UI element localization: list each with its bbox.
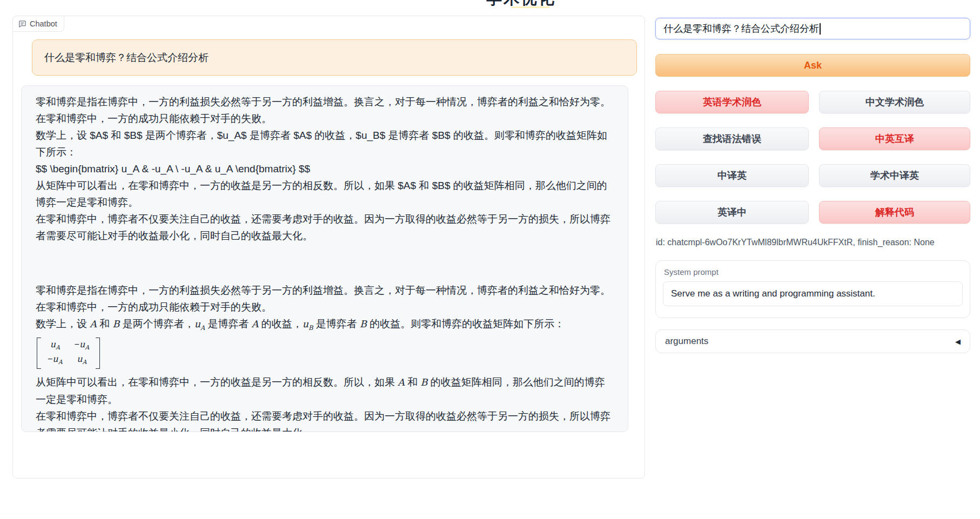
action-button-english-academic-polish[interactable]: 英语学术润色 (655, 91, 809, 113)
action-button-grid: 英语学术润色中文学术润色查找语法错误中英互译中译英学术中译英英译中解释代码 (655, 91, 970, 224)
page-title-text: 学术优化 (486, 0, 555, 6)
math-var: A (90, 319, 97, 329)
ask-button[interactable]: Ask (655, 54, 970, 77)
question-input-value: 什么是零和博弈？结合公式介绍分析 (663, 22, 819, 35)
math-var: uA (77, 354, 86, 364)
matrix-cell: uA (48, 339, 63, 353)
chatbot-label-text: Chatbot (30, 19, 57, 28)
system-prompt-input[interactable]: Serve me as a writing and programming as… (663, 281, 963, 306)
app-root: 学术优化 Chatbot 什么是零和博弈？结合公式介绍分析 零和博弈是指在博弈中… (0, 0, 980, 519)
user-message-bubble: 什么是零和博弈？结合公式介绍分析 (32, 39, 637, 76)
math-var: uB (303, 319, 313, 329)
math-var: A (398, 377, 405, 388)
page-title-cropped: 学术优化 (486, 0, 627, 6)
response-meta-text: id: chatcmpl-6wOo7KrYTwMl89lbrMWRu4UkFFX… (656, 238, 935, 247)
math-var: B (112, 319, 119, 329)
chatbot-label: Chatbot (12, 16, 64, 32)
action-button-chinese-academic-polish[interactable]: 中文学术润色 (819, 91, 970, 113)
math-var: uA (50, 339, 60, 349)
bot-paragraph-raw: 在零和博弈中，博弈者不仅要关注自己的收益，还需要考虑对手的收益。因为一方取得的收… (36, 211, 614, 244)
bot-paragraph-rendered: 从矩阵中可以看出，在零和博弈中，一方的收益是另一方的相反数。所以，如果 A 和 … (36, 374, 614, 408)
chatbot-panel: Chatbot 什么是零和博弈？结合公式介绍分析 零和博弈是指在博弈中，一方的利… (12, 16, 645, 478)
action-button-en-to-zh[interactable]: 英译中 (655, 201, 809, 224)
collapse-arrow-icon: ◀ (955, 338, 961, 346)
title-underline (511, 6, 550, 8)
chat-bubble-icon (18, 20, 26, 28)
matrix-cells: uA−uA−uAuA (41, 338, 96, 369)
bot-paragraph-raw: 从矩阵中可以看出，在零和博弈中，一方的收益是另一方的相反数。所以，如果 $A$ … (36, 177, 614, 211)
arguments-accordion-label: arguments (665, 336, 708, 347)
matrix-bracket-right (96, 338, 100, 369)
action-button-find-grammar-errors[interactable]: 查找语法错误 (655, 127, 809, 150)
matrix-cell: −uA (75, 339, 90, 353)
system-prompt-card: System prompt Serve me as a writing and … (655, 260, 970, 318)
bot-paragraph-raw: 数学上，设 $A$ 和 $B$ 是两个博弈者，$u_A$ 是博弈者 $A$ 的收… (36, 127, 614, 160)
matrix-bracket-left (37, 338, 41, 369)
bot-paragraph-raw: $$ \begin{bmatrix} u_A & -u_A \ -u_A & u… (36, 160, 614, 177)
action-button-explain-code[interactable]: 解释代码 (819, 201, 970, 224)
user-message-text: 什么是零和博弈？结合公式介绍分析 (44, 51, 209, 65)
math-var: B (420, 377, 427, 388)
bot-message-bubble: 零和博弈是指在博弈中，一方的利益损失必然等于另一方的利益增益。换言之，对于每一种… (21, 85, 628, 432)
bot-paragraph-raw: 零和博弈是指在博弈中，一方的利益损失必然等于另一方的利益增益。换言之，对于每一种… (36, 93, 614, 127)
system-prompt-value: Serve me as a writing and programming as… (671, 288, 875, 299)
math-var: uA (79, 339, 89, 349)
message-gap (36, 244, 614, 282)
action-button-zh-to-en[interactable]: 中译英 (655, 164, 809, 187)
question-input[interactable]: 什么是零和博弈？结合公式介绍分析 (655, 18, 970, 39)
system-prompt-label: System prompt (664, 267, 963, 277)
matrix-cell: −uA (48, 353, 63, 368)
action-button-zh-en-mutual-translate[interactable]: 中英互译 (819, 127, 970, 150)
bot-paragraph-rendered: 数学上，设 A 和 B 是两个博弈者，uA 是博弈者 A 的收益，uB 是博弈者… (36, 315, 614, 336)
bot-paragraph-rendered: 在零和博弈中，博弈者不仅要关注自己的收益，还需要考虑对手的收益。因为一方取得的收… (36, 408, 614, 432)
math-var: A (252, 319, 259, 329)
bot-paragraph-rendered: 零和博弈是指在博弈中，一方的利益损失必然等于另一方的利益增益。换言之，对于每一种… (36, 282, 614, 315)
math-var: uA (194, 319, 205, 329)
math-var: uA (52, 354, 62, 364)
math-var: B (360, 319, 367, 329)
arguments-accordion[interactable]: arguments ◀ (655, 329, 970, 353)
text-cursor (820, 23, 821, 35)
action-button-academic-zh-to-en[interactable]: 学术中译英 (819, 164, 970, 187)
math-matrix-line: uA−uA−uAuA (36, 336, 614, 374)
payoff-matrix: uA−uA−uAuA (37, 338, 100, 369)
matrix-cell: uA (75, 353, 90, 368)
